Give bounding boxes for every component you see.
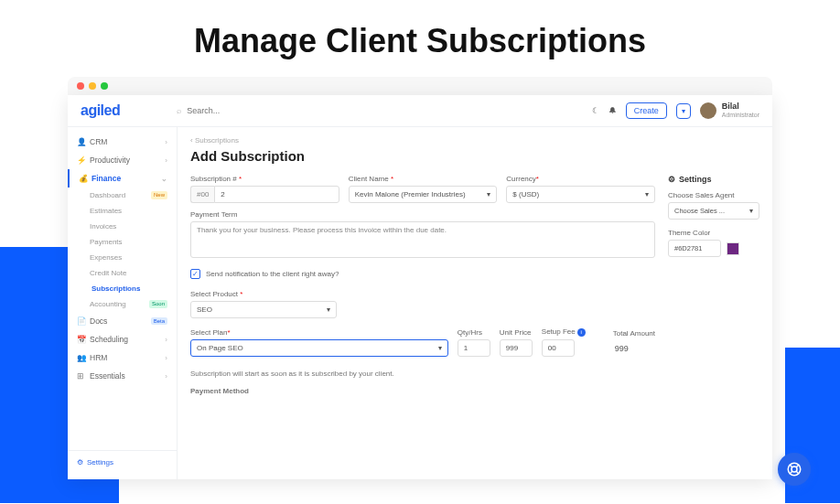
payment-term-textarea[interactable]: Thank you for your business. Please proc… [190,221,655,258]
avatar [700,102,716,119]
qty-input[interactable] [458,339,490,357]
nav-scheduling[interactable]: 📅Scheduling› [68,330,177,349]
setup-label: Setup Feei [542,327,586,337]
nav-invoices[interactable]: Invoices [68,219,177,234]
nav-accounting[interactable]: AccountingSoon [68,296,177,312]
payment-method-label: Payment Method [190,387,655,395]
total-value: 999 [613,340,655,357]
product-label: Select Product * [190,290,337,298]
client-name-label: Client Name * [349,175,498,183]
essentials-icon: ⊞ [77,371,86,381]
chevron-down-icon: ▾ [487,190,490,198]
browser-chrome [68,77,772,95]
svg-line-4 [790,471,792,474]
nav-docs[interactable]: 📄DocsBeta [68,312,177,330]
nav-essentials[interactable]: ⊞Essentials› [68,367,177,385]
chevron-down-icon: ▾ [438,344,442,352]
nav-expenses[interactable]: Expenses [68,250,177,265]
nav-dashboard[interactable]: DashboardNew [68,188,177,203]
nav-subscriptions[interactable]: Subscriptions [68,281,177,296]
search-input[interactable] [187,106,581,115]
body-row: 👤CRM› ⚡Productivity› 💰Finance⌄ Dashboard… [68,127,772,479]
subscription-num-label: Subscription # * [190,175,339,183]
window-max-dot[interactable] [101,82,108,90]
badge-new: New [151,191,167,199]
lifebuoy-icon [786,461,802,477]
hrm-icon: 👥 [77,353,86,362]
bell-icon[interactable]: 🔔︎ [608,106,617,115]
settings-panel: ⚙Settings Choose Sales Agent Choose Sale… [668,175,759,395]
gear-icon: ⚙ [77,458,83,466]
color-swatch[interactable] [727,242,739,255]
notify-checkbox-row[interactable]: ✓ Send notification to the client right … [190,269,655,279]
productivity-icon: ⚡ [77,155,86,165]
content-row: Subscription # * #00 Client Name * Kevin… [190,175,759,395]
topbar: agiled ⌕ ☾ 🔔︎ Create ▾ Bilal Administrat… [68,95,772,127]
payment-term-label: Payment Term [190,210,655,219]
chevron-right-icon: › [165,156,167,165]
info-icon[interactable]: i [577,328,586,337]
subscription-num-input[interactable]: #00 [190,186,339,203]
gear-icon: ⚙ [668,175,675,184]
start-note: Subscription will start as soon as it is… [190,370,655,378]
user-meta: Bilal Administrator [722,102,759,119]
nav-estimates[interactable]: Estimates [68,203,177,219]
badge-soon: Soon [149,300,167,308]
currency-label: Currency* [506,175,655,183]
form-area: Subscription # * #00 Client Name * Kevin… [190,175,655,395]
app-frame: agiled ⌕ ☾ 🔔︎ Create ▾ Bilal Administrat… [68,95,772,479]
chevron-right-icon: › [165,138,167,146]
client-name-select[interactable]: Kevin Malone (Premier Industries)▾ [349,186,498,203]
color-row[interactable] [668,240,759,257]
chevron-down-icon: ▾ [749,207,753,215]
nav-credit-note[interactable]: Credit Note [68,265,177,281]
chevron-right-icon: › [165,336,167,344]
nav-productivity[interactable]: ⚡Productivity› [68,151,177,169]
agent-select[interactable]: Choose Sales ...▾ [668,202,759,220]
subscription-num-field[interactable] [214,186,339,203]
svg-line-3 [796,471,799,474]
topbar-right: ☾ 🔔︎ Create ▾ Bilal Administrator [592,102,759,119]
plan-select[interactable]: On Page SEO▾ [190,339,448,357]
chevron-down-icon: ⌄ [161,175,167,183]
window-min-dot[interactable] [89,82,96,90]
nav-crm[interactable]: 👤CRM› [68,133,177,151]
qty-label: Qty/Hrs [458,328,490,337]
sidebar: 👤CRM› ⚡Productivity› 💰Finance⌄ Dashboard… [68,127,178,479]
breadcrumb[interactable]: ‹ Subscriptions [190,136,759,145]
create-dropdown[interactable]: ▾ [676,103,691,119]
user-name: Bilal [722,102,759,112]
moon-icon[interactable]: ☾ [592,106,599,115]
notify-checkbox[interactable]: ✓ [190,269,200,279]
brand-logo[interactable]: agiled [81,102,120,119]
help-fab[interactable] [778,453,811,486]
currency-select[interactable]: $ (USD)▾ [506,186,655,203]
nav-hrm[interactable]: 👥HRM› [68,349,177,367]
color-input[interactable] [668,240,721,257]
svg-point-1 [792,466,797,472]
search-wrap: ⌕ [177,106,581,115]
user-role: Administrator [722,112,759,119]
plan-label: Select Plan* [190,328,448,337]
chevron-down-icon: ▾ [327,306,330,314]
svg-line-2 [790,465,792,467]
page-title: Add Subscription [190,148,759,164]
hero-title: Manage Client Subscriptions [0,0,840,77]
main-content: ‹ Subscriptions Add Subscription Subscri… [178,127,772,479]
nav-finance[interactable]: 💰Finance⌄ [68,169,177,188]
crm-icon: 👤 [77,137,86,146]
nav-payments[interactable]: Payments [68,234,177,250]
price-input[interactable] [500,339,533,357]
setup-input[interactable] [542,339,575,357]
badge-beta: Beta [151,317,167,325]
product-select[interactable]: SEO▾ [190,301,337,318]
nav-settings[interactable]: ⚙Settings [68,450,177,474]
chevron-down-icon: ▾ [645,190,649,198]
finance-icon: 💰 [79,174,88,183]
search-icon: ⌕ [177,106,181,115]
user-menu[interactable]: Bilal Administrator [700,102,759,119]
create-button[interactable]: Create [626,102,667,119]
window-close-dot[interactable] [77,82,84,90]
chevron-right-icon: › [165,372,167,381]
scheduling-icon: 📅 [77,335,86,344]
